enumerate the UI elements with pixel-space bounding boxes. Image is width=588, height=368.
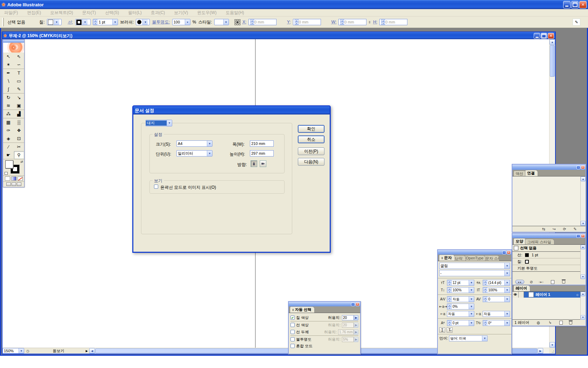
tab-character[interactable]: ⇕문자 (439, 255, 455, 261)
y-field[interactable]: 0 mm (293, 19, 321, 25)
update-link-icon[interactable]: ⟳ (562, 227, 567, 231)
cancel-button[interactable]: 취소 (298, 136, 324, 143)
x-label[interactable]: X: (243, 20, 246, 25)
scroll-down-icon[interactable]: ▼ (550, 342, 555, 348)
chevron-down-icon[interactable] (167, 120, 172, 126)
warp-tool[interactable]: ≋ (3, 102, 14, 110)
ok-button[interactable]: 확인 (298, 125, 324, 133)
x-field[interactable]: 0 mm (248, 19, 276, 25)
minimize-button[interactable] (563, 1, 570, 8)
baseline-shift-combo[interactable]: 0 pt (447, 320, 474, 326)
tsume-combo[interactable]: 0% (447, 304, 474, 310)
fullscreen-menubar-mode-button[interactable] (12, 182, 16, 186)
scissors-tool[interactable]: ✂ (14, 143, 24, 151)
appearance-fill-row[interactable]: 칠: (512, 258, 581, 265)
app-titlebar[interactable]: ❀ Adobe Illustrator (0, 0, 588, 9)
color-button[interactable] (5, 176, 10, 181)
scroll-down-icon[interactable]: ▼ (581, 221, 586, 226)
status-clock-icon[interactable]: ◷ (26, 349, 29, 353)
horizontal-scale-combo[interactable]: 100% (483, 287, 510, 293)
chevron-down-icon[interactable] (469, 311, 474, 317)
menu-object[interactable]: 오브젝트(O) (50, 10, 73, 16)
stroke-weight-combo[interactable]: 1 pt (93, 19, 118, 25)
make-clipping-mask-icon[interactable]: ◍ (536, 320, 541, 325)
leading-combo[interactable]: (14.4 pt) (483, 280, 510, 286)
type-tool[interactable]: T (14, 69, 24, 77)
h-stepper[interactable] (381, 19, 385, 25)
menu-type[interactable]: 문자(T) (82, 10, 96, 16)
layer-row[interactable]: 👁 레이어 1 ○ (512, 292, 581, 298)
none-button[interactable] (18, 176, 23, 181)
font-size-combo[interactable]: 12 pt (447, 280, 474, 286)
aki-right-combo[interactable]: 자동 (483, 311, 510, 317)
chevron-down-icon[interactable] (504, 297, 510, 302)
language-combo[interactable]: 영어: 미국 (449, 335, 488, 341)
status-popup-icon[interactable]: ▶ (86, 349, 88, 353)
size-stepper[interactable] (448, 280, 451, 285)
layer-thumbnail[interactable] (529, 292, 533, 297)
fill-color-dropdown[interactable] (47, 19, 62, 25)
vertical-scroll-thumb[interactable] (550, 45, 555, 77)
chevron-down-icon[interactable] (469, 287, 474, 293)
line-tool[interactable]: ∖ (3, 77, 14, 85)
dialog-titlebar[interactable]: 문서 설정 (133, 106, 330, 114)
menu-edit[interactable]: 편집(E) (27, 10, 41, 16)
pencil-tool[interactable]: ✎ (14, 85, 24, 93)
reference-point-icon[interactable] (234, 19, 240, 25)
fill-swatch[interactable] (5, 160, 13, 168)
palette-minimize-icon[interactable]: – (576, 166, 580, 169)
zoom-tool[interactable]: ⚲ (14, 151, 24, 159)
doc-maximize-button[interactable] (541, 33, 547, 39)
chevron-down-icon[interactable] (482, 336, 487, 341)
gradient-tool[interactable]: ▒ (14, 118, 24, 126)
magic-wand-tool[interactable]: ✶ (3, 61, 14, 69)
illustrator-flower-logo[interactable]: ❁ (3, 43, 24, 53)
tab-actions[interactable]: 액션 (513, 171, 526, 176)
visibility-eye-icon[interactable]: 👁 (512, 292, 519, 298)
chevron-down-icon[interactable] (504, 270, 510, 276)
scroll-down-icon[interactable]: ▼ (581, 315, 585, 320)
selection-tool[interactable]: ↖ (3, 53, 14, 61)
menu-filter[interactable]: 필터(L) (128, 10, 142, 16)
kerning-combo[interactable]: 자동 (447, 296, 474, 302)
rotate-tool[interactable]: ↻ (3, 93, 14, 102)
direct-selection-tool[interactable]: ⇖ (14, 53, 24, 61)
stroke-color-dropdown[interactable] (75, 19, 91, 25)
clear-appearance-icon[interactable]: ⊘ (528, 280, 534, 284)
unit-combo[interactable]: 밀리미터 (176, 150, 212, 157)
chevron-down-icon[interactable] (207, 151, 212, 156)
y-stepper[interactable] (295, 19, 299, 25)
knife-tool[interactable]: ∕ (3, 143, 14, 151)
stroke-weight-stepper[interactable] (93, 19, 97, 25)
menu-view[interactable]: 보기(V) (174, 10, 188, 16)
free-transform-tool[interactable]: ▣ (14, 102, 24, 110)
chevron-down-icon[interactable] (207, 141, 212, 146)
kerning-stepper[interactable] (448, 297, 451, 302)
link-dimensions-icon[interactable]: ∞ (368, 21, 372, 23)
mesh-tool[interactable]: ▦ (3, 118, 14, 126)
h-label[interactable]: H: (373, 20, 377, 25)
baseline-stepper[interactable] (448, 320, 451, 326)
palette-close-icon[interactable]: ✕ (356, 303, 359, 306)
blend-mode-checkbox[interactable] (290, 344, 295, 348)
palette-close-icon[interactable]: ✕ (507, 251, 511, 254)
zoom-level-combo[interactable]: 150% (2, 348, 24, 354)
h-scale-stepper[interactable] (483, 287, 487, 293)
tab-magic-wand[interactable]: ⇕자동 선택 (290, 306, 315, 313)
reduce-to-basic-appearance-icon[interactable]: ○▸○ (538, 280, 544, 284)
eyedropper-tool[interactable]: ✑ (3, 126, 14, 134)
appearance-no-selection-row[interactable]: 선택 없음 (512, 245, 581, 252)
tab-links[interactable]: 연결 (525, 170, 538, 176)
font-family-combo[interactable]: 굴림 (439, 263, 510, 269)
delete-layer-icon[interactable] (569, 321, 572, 325)
magic-wand-titlebar[interactable]: – ✕ (289, 302, 360, 306)
palette-minimize-icon[interactable]: – (351, 303, 355, 306)
hand-tool[interactable]: ☛ (3, 151, 14, 159)
doc-close-button[interactable] (548, 33, 554, 39)
w-field[interactable]: 0 mm (338, 19, 366, 25)
chevron-down-icon[interactable] (54, 19, 59, 25)
chevron-down-icon[interactable] (469, 280, 474, 285)
palette-minimize-icon[interactable]: – (502, 251, 506, 254)
rotation-combo[interactable]: 0° (483, 320, 510, 326)
new-art-maintains-appearance-button[interactable]: ●● (515, 280, 524, 284)
